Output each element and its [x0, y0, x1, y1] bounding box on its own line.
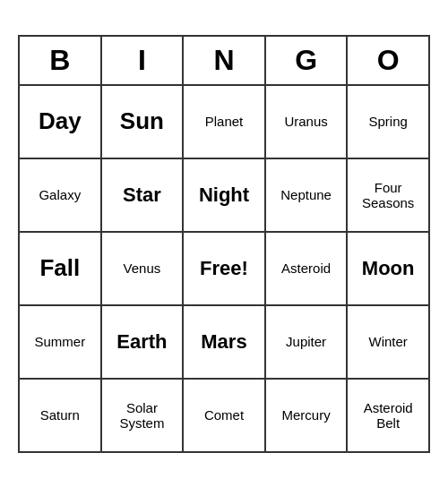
bingo-row-2: FallVenusFree!AsteroidMoon — [20, 233, 428, 306]
bingo-cell-3-4: Winter — [348, 306, 428, 378]
bingo-cell-0-0: Day — [20, 86, 102, 158]
bingo-cell-3-2: Mars — [184, 306, 266, 378]
bingo-row-1: GalaxyStarNightNeptuneFour Seasons — [20, 159, 428, 233]
bingo-cell-1-4: Four Seasons — [348, 159, 428, 231]
bingo-cell-4-4: Asteroid Belt — [348, 380, 428, 451]
bingo-cell-4-3: Mercury — [266, 380, 349, 451]
bingo-cell-0-1: Sun — [102, 86, 185, 158]
bingo-cell-1-0: Galaxy — [20, 159, 102, 231]
bingo-row-3: SummerEarthMarsJupiterWinter — [20, 306, 428, 380]
bingo-cell-2-2: Free! — [184, 233, 266, 304]
bingo-cell-3-1: Earth — [102, 306, 185, 378]
bingo-cell-4-0: Saturn — [20, 380, 102, 451]
bingo-cell-0-3: Uranus — [266, 86, 349, 158]
bingo-cell-1-3: Neptune — [266, 159, 349, 231]
bingo-board: BINGO DaySunPlanetUranusSpringGalaxyStar… — [18, 35, 430, 453]
bingo-cell-2-3: Asteroid — [266, 233, 349, 304]
bingo-row-4: SaturnSolar SystemCometMercuryAsteroid B… — [20, 380, 428, 451]
header-letter-B: B — [20, 37, 102, 86]
bingo-cell-2-1: Venus — [102, 233, 185, 304]
bingo-cell-1-2: Night — [184, 159, 266, 231]
header-letter-O: O — [348, 37, 428, 86]
bingo-cell-3-0: Summer — [20, 306, 102, 378]
bingo-cell-4-2: Comet — [184, 380, 266, 451]
bingo-cell-4-1: Solar System — [102, 380, 185, 451]
bingo-cell-3-3: Jupiter — [266, 306, 349, 378]
bingo-body: DaySunPlanetUranusSpringGalaxyStarNightN… — [20, 86, 428, 451]
header-letter-N: N — [184, 37, 266, 86]
bingo-cell-0-2: Planet — [184, 86, 266, 158]
bingo-cell-0-4: Spring — [348, 86, 428, 158]
bingo-cell-2-0: Fall — [20, 233, 102, 304]
header-letter-G: G — [266, 37, 349, 86]
bingo-row-0: DaySunPlanetUranusSpring — [20, 86, 428, 159]
header-letter-I: I — [102, 37, 185, 86]
bingo-cell-2-4: Moon — [348, 233, 428, 304]
bingo-header: BINGO — [20, 37, 428, 86]
bingo-cell-1-1: Star — [102, 159, 185, 231]
